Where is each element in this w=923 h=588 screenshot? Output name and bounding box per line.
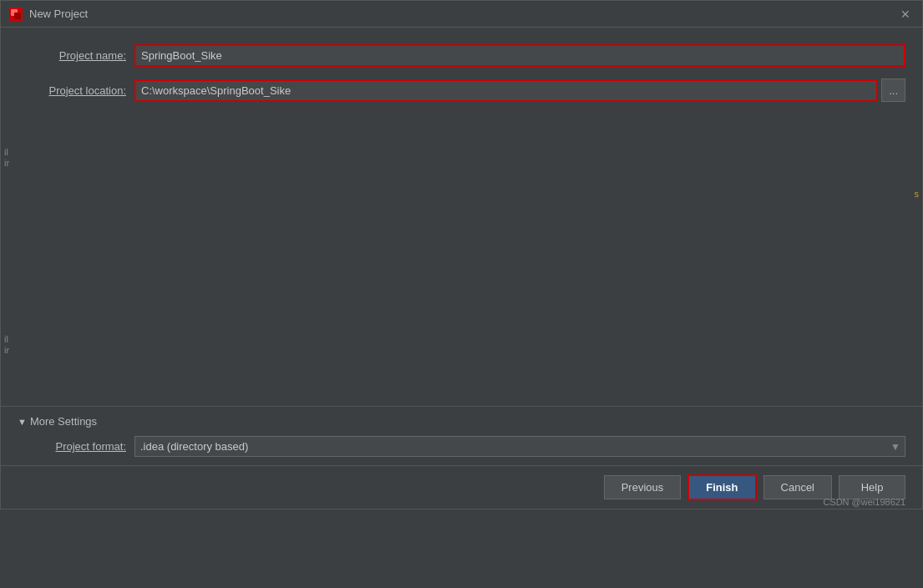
project-name-label: Project name: <box>18 49 134 62</box>
project-location-input[interactable] <box>134 79 878 102</box>
project-location-label: Project location: <box>18 84 134 97</box>
dialog-footer: Previous Finish Cancel Help CSDN @wei198… <box>1 465 922 509</box>
project-location-input-wrapper: ... <box>134 79 905 102</box>
more-settings-label: More Settings <box>30 415 97 428</box>
dialog-wrapper: New Project ✕ Project name: Project loca… <box>0 0 923 588</box>
browse-button[interactable]: ... <box>881 79 905 102</box>
dialog-content: Project name: Project location: ... <box>1 28 922 122</box>
title-bar-left: New Project <box>9 8 88 21</box>
project-format-label: Project format: <box>18 440 134 453</box>
side-indicator-right: s <box>915 189 920 199</box>
side-indicator-left-top: ilir <box>4 147 9 169</box>
help-button[interactable]: Help <box>839 475 905 499</box>
more-settings-section: ▼ More Settings Project format: .idea (d… <box>1 406 922 465</box>
watermark: CSDN @wei198621 <box>823 497 905 507</box>
app-icon <box>9 8 23 21</box>
new-project-dialog: New Project ✕ Project name: Project loca… <box>0 0 923 509</box>
more-settings-arrow: ▼ <box>18 417 27 427</box>
dialog-title: New Project <box>29 8 88 20</box>
close-button[interactable]: ✕ <box>897 6 914 23</box>
svg-rect-2 <box>14 13 21 19</box>
main-area: ilir ilir s <box>1 122 922 406</box>
project-format-row: Project format: .idea (directory based) … <box>18 436 905 457</box>
title-bar: New Project ✕ <box>1 1 922 28</box>
project-format-select[interactable]: .idea (directory based) .ipr (file based… <box>134 436 905 457</box>
cancel-button[interactable]: Cancel <box>763 475 832 499</box>
project-format-select-wrapper: .idea (directory based) .ipr (file based… <box>134 436 905 457</box>
project-name-input-wrapper <box>134 44 905 67</box>
more-settings-toggle[interactable]: ▼ More Settings <box>18 415 905 428</box>
project-name-row: Project name: <box>18 44 905 67</box>
project-name-input[interactable] <box>134 44 905 67</box>
project-location-row: Project location: ... <box>18 79 905 102</box>
previous-button[interactable]: Previous <box>604 475 682 499</box>
side-indicator-left-bottom: ilir <box>4 334 9 356</box>
finish-button[interactable]: Finish <box>687 474 756 500</box>
